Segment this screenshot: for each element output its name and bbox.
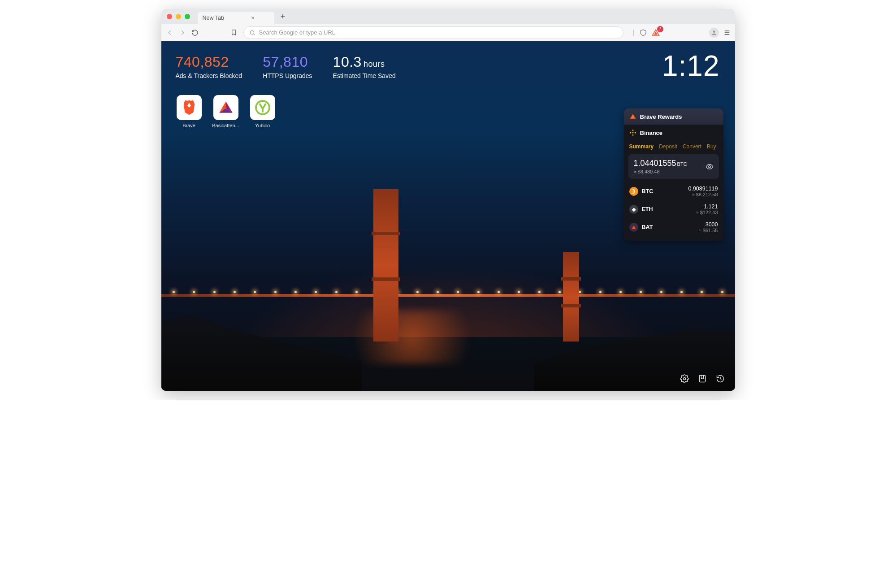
binance-tabs: Summary Deposit Convert Buy [624, 141, 723, 153]
tab-title: New Tab [203, 15, 224, 21]
forward-button[interactable] [178, 29, 186, 37]
bat-icon [218, 100, 234, 115]
clock: 1:12 [662, 49, 720, 82]
tab-deposit[interactable]: Deposit [659, 143, 677, 150]
browser-tab[interactable]: New Tab × [198, 12, 274, 24]
stats-row: 740,852 Ads & Trackers Blocked 57,810 HT… [176, 54, 396, 79]
page-footer-controls [679, 373, 726, 385]
separator: | [632, 29, 634, 37]
asset-symbol: ETH [642, 206, 653, 212]
rewards-title: Brave Rewards [640, 113, 682, 120]
stat-value: 740,852 [176, 54, 242, 70]
toolbar-right: | 7 [632, 28, 730, 38]
shields-button[interactable] [639, 29, 647, 37]
svg-point-0 [250, 30, 254, 34]
asset-qty: 0.90891119 [688, 186, 718, 192]
yubico-icon [255, 99, 271, 116]
bat-icon [629, 113, 636, 120]
stat-value: 57,810 [263, 54, 312, 70]
binance-title: Binance [640, 130, 663, 136]
minimize-window-button[interactable] [176, 14, 181, 19]
svg-point-22 [683, 378, 685, 380]
asset-qty: 3000 [699, 221, 718, 228]
svg-rect-15 [632, 130, 634, 131]
background-lights [161, 291, 735, 295]
top-sites: Brave Basicatten... Yubico [175, 95, 277, 128]
history-icon [716, 374, 725, 383]
binance-icon [629, 129, 636, 136]
maximize-window-button[interactable] [185, 14, 190, 19]
stat-ads-blocked: 740,852 Ads & Trackers Blocked [176, 54, 242, 79]
reload-button[interactable] [191, 29, 199, 37]
address-placeholder: Search Google or type a URL [259, 29, 336, 36]
search-icon [249, 30, 255, 36]
top-site-label: Yubico [248, 123, 277, 128]
bookmark-button[interactable] [230, 29, 237, 36]
tab-buy[interactable]: Buy [707, 143, 716, 150]
background-tower [563, 252, 579, 342]
rewards-header[interactable]: Brave Rewards [624, 108, 723, 125]
tab-summary[interactable]: Summary [629, 143, 654, 150]
top-site-bat[interactable]: Basicatten... [212, 95, 240, 128]
top-site-brave[interactable]: Brave [175, 95, 203, 128]
background-tower [373, 189, 398, 342]
svg-rect-16 [632, 134, 634, 136]
tab-strip: New Tab × + [161, 9, 735, 24]
svg-line-1 [253, 34, 255, 35]
top-site-label: Brave [175, 123, 203, 128]
top-site-label: Basicatten... [212, 123, 240, 128]
asset-symbol: BAT [642, 224, 653, 230]
asset-fiat: ≈ $8,212.58 [688, 192, 718, 197]
binance-header[interactable]: Binance [624, 125, 723, 141]
eye-icon [706, 163, 714, 171]
address-bar[interactable]: Search Google or type a URL [243, 26, 624, 39]
stat-label: Ads & Trackers Blocked [176, 72, 242, 79]
svg-point-4 [713, 30, 715, 33]
balance-unit: BTC [677, 161, 687, 167]
main-menu-button[interactable] [723, 29, 731, 36]
top-site-tile [177, 95, 202, 120]
svg-rect-18 [634, 132, 636, 134]
stat-label: Estimated Time Saved [333, 72, 396, 79]
tab-convert[interactable]: Convert [683, 143, 701, 150]
settings-button[interactable] [679, 373, 690, 385]
balance-fiat: ≈ $8,480.48 [634, 169, 687, 174]
asset-row-bat[interactable]: BAT 3000≈ $61.55 [629, 218, 718, 236]
stat-value: 10.3hours [333, 54, 396, 70]
stat-https-upgrades: 57,810 HTTPS Upgrades [263, 54, 312, 79]
widgets-card: Brave Rewards Binance Summary Deposit Co… [624, 108, 723, 241]
asset-fiat: ≈ $122.43 [696, 210, 718, 215]
top-site-yubico[interactable]: Yubico [248, 95, 277, 128]
asset-qty: 1.121 [696, 203, 718, 210]
stat-time-saved: 10.3hours Estimated Time Saved [333, 54, 396, 79]
history-button[interactable] [714, 373, 726, 385]
total-balance: 1.04401555BTC ≈ $8,480.48 [628, 154, 719, 179]
close-window-button[interactable] [167, 14, 172, 19]
top-site-tile [213, 95, 238, 120]
asset-row-btc[interactable]: ₿BTC 0.90891119≈ $8,212.58 [629, 182, 718, 200]
svg-point-20 [708, 165, 710, 168]
window-controls [165, 14, 193, 19]
bookmark-icon [698, 374, 707, 383]
toggle-visibility-button[interactable] [706, 163, 714, 171]
btc-icon: ₿ [629, 187, 638, 196]
rewards-button[interactable]: 7 [652, 29, 660, 37]
close-tab-icon[interactable]: × [251, 14, 255, 22]
back-button[interactable] [166, 29, 174, 37]
bat-icon [629, 223, 638, 232]
bookmarks-button[interactable] [697, 373, 708, 385]
rewards-badge: 7 [657, 26, 663, 32]
browser-window: New Tab × + Search Google or type a URL … [161, 9, 735, 391]
asset-list: ₿BTC 0.90891119≈ $8,212.58 ◆ETH 1.121≈ $… [624, 182, 723, 241]
svg-rect-23 [699, 376, 705, 382]
svg-rect-19 [632, 132, 634, 134]
background-glow [333, 310, 490, 364]
new-tab-page: 740,852 Ads & Trackers Blocked 57,810 HT… [161, 41, 735, 391]
profile-button[interactable] [709, 28, 719, 38]
new-tab-button[interactable]: + [278, 11, 288, 22]
top-site-tile [250, 95, 275, 120]
asset-row-eth[interactable]: ◆ETH 1.121≈ $122.43 [629, 200, 718, 218]
stat-label: HTTPS Upgrades [263, 72, 312, 79]
svg-marker-21 [632, 225, 636, 229]
eth-icon: ◆ [629, 205, 638, 214]
